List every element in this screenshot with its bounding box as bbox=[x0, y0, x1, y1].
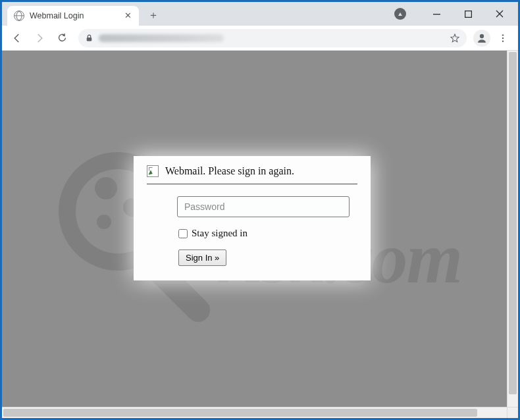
browser-window: Webmail Login ✕ ＋ bbox=[2, 2, 518, 418]
svg-rect-4 bbox=[87, 38, 92, 41]
page-viewport: PCrisk.com Webmail. Please sign in again… bbox=[2, 51, 518, 418]
vertical-scrollbar[interactable] bbox=[507, 51, 518, 407]
svg-rect-1 bbox=[433, 14, 440, 14]
stay-signed-in-row[interactable]: Stay signed in bbox=[178, 228, 357, 239]
svg-point-6 bbox=[502, 34, 504, 36]
password-input[interactable] bbox=[177, 196, 350, 217]
svg-marker-0 bbox=[398, 13, 402, 16]
reload-button[interactable] bbox=[52, 28, 72, 48]
close-tab-icon[interactable]: ✕ bbox=[123, 11, 132, 20]
lock-icon bbox=[85, 34, 93, 42]
profile-indicator-icon[interactable] bbox=[394, 8, 406, 20]
minimize-button[interactable] bbox=[422, 4, 451, 24]
login-header: Webmail. Please sign in again. bbox=[147, 165, 357, 184]
profile-avatar-button[interactable] bbox=[473, 30, 490, 47]
new-tab-button[interactable]: ＋ bbox=[144, 6, 163, 24]
browser-toolbar bbox=[2, 26, 518, 51]
stay-signed-in-label: Stay signed in bbox=[192, 228, 247, 239]
back-button[interactable] bbox=[7, 28, 27, 48]
close-window-button[interactable] bbox=[485, 4, 514, 24]
login-panel: Webmail. Please sign in again. Stay sign… bbox=[134, 156, 371, 280]
horizontal-scrollbar-thumb[interactable] bbox=[3, 409, 477, 417]
window-controls bbox=[394, 2, 518, 26]
stay-signed-in-checkbox[interactable] bbox=[178, 229, 188, 238]
svg-point-8 bbox=[502, 40, 504, 41]
sign-in-button[interactable]: Sign In » bbox=[178, 249, 226, 266]
vertical-scrollbar-thumb[interactable] bbox=[509, 52, 517, 394]
tab-title: Webmail Login bbox=[30, 11, 118, 20]
tab-strip: Webmail Login ✕ ＋ bbox=[2, 2, 518, 26]
address-bar[interactable] bbox=[78, 29, 467, 47]
browser-menu-button[interactable] bbox=[493, 28, 513, 48]
url-text-obscured bbox=[99, 34, 224, 42]
horizontal-scrollbar[interactable] bbox=[2, 407, 507, 418]
forward-button[interactable] bbox=[30, 28, 49, 48]
globe-icon bbox=[14, 11, 24, 21]
maximize-button[interactable] bbox=[454, 4, 482, 24]
svg-point-5 bbox=[480, 34, 484, 38]
svg-point-7 bbox=[502, 37, 504, 38]
broken-image-icon bbox=[147, 165, 159, 177]
browser-tab-active[interactable]: Webmail Login ✕ bbox=[7, 6, 139, 26]
bookmark-star-icon[interactable] bbox=[450, 33, 460, 43]
svg-rect-2 bbox=[465, 11, 471, 17]
scrollbar-corner bbox=[507, 407, 518, 418]
login-title: Webmail. Please sign in again. bbox=[165, 165, 294, 177]
